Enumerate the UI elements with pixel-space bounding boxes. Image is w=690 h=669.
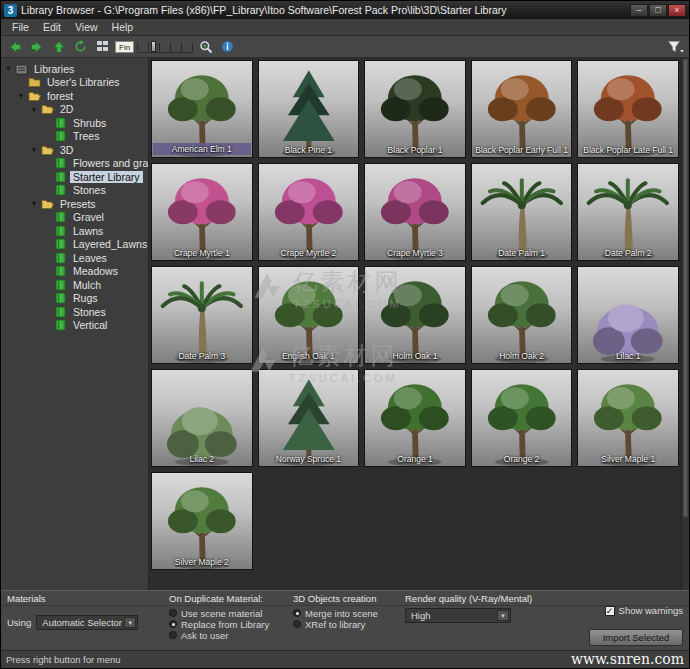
find-icon[interactable]: [196, 38, 215, 55]
thumbnail-label: Orange 2: [472, 454, 572, 464]
radio-label: XRef to library: [305, 619, 365, 630]
thumbnail-size-slider[interactable]: [137, 41, 193, 53]
close-button[interactable]: ×: [668, 4, 686, 17]
expand-arrow-icon[interactable]: ▾: [30, 199, 38, 208]
tree-item-label: Leaves: [70, 252, 110, 264]
thumbnail-label: Crape Myrtle 1: [152, 248, 252, 258]
up-icon[interactable]: [49, 38, 68, 55]
minimize-button[interactable]: –: [630, 4, 648, 17]
library-item-orange-1[interactable]: Orange 1: [364, 369, 466, 467]
sidebar-item-stones[interactable]: Stones: [1, 305, 148, 319]
duplicate-option-ask-to-user[interactable]: Ask to user: [169, 630, 281, 640]
menu-edit[interactable]: Edit: [36, 20, 68, 34]
radio-unselected-icon: [293, 620, 301, 628]
expand-arrow-icon[interactable]: ▾: [30, 105, 38, 114]
library-item-american-elm-1[interactable]: American Elm 1: [151, 60, 253, 158]
expand-arrow-icon[interactable]: ▾: [17, 91, 25, 100]
back-icon[interactable]: [5, 38, 24, 55]
lib-icon: [54, 238, 67, 250]
sidebar-item-forest[interactable]: ▾forest: [1, 89, 148, 103]
window-controls: – □ ×: [630, 4, 686, 17]
material-selector-value: Automatic Selector: [42, 617, 122, 628]
expand-arrow-icon[interactable]: ▾: [4, 64, 12, 73]
library-item-orange-2[interactable]: Orange 2: [471, 369, 573, 467]
menu-file[interactable]: File: [5, 20, 36, 34]
forward-icon[interactable]: [27, 38, 46, 55]
sidebar-item-shrubs[interactable]: Shrubs: [1, 116, 148, 130]
sidebar-item-presets[interactable]: ▾Presets: [1, 197, 148, 211]
refresh-icon[interactable]: [71, 38, 90, 55]
sidebar-item-lawns[interactable]: Lawns: [1, 224, 148, 238]
scrollbar-thumb[interactable]: [683, 59, 688, 517]
library-item-norway-spruce-1[interactable]: Norway Spruce 1: [258, 369, 360, 467]
render-quality-label: Render quality (V-Ray/Mental): [405, 593, 543, 605]
library-item-lilac-1[interactable]: Lilac 1: [577, 266, 679, 364]
chevron-down-icon[interactable]: ▼: [497, 610, 509, 621]
library-item-crape-myrtle-1[interactable]: Crape Myrtle 1: [151, 163, 253, 261]
duplicate-option-use-scene-material[interactable]: Use scene material: [169, 608, 281, 618]
menu-help[interactable]: Help: [105, 20, 141, 34]
filter-icon[interactable]: [666, 38, 685, 55]
library-item-date-palm-3[interactable]: Date Palm 3: [151, 266, 253, 364]
sidebar-item-3d[interactable]: ▾3D: [1, 143, 148, 157]
library-item-date-palm-1[interactable]: Date Palm 1: [471, 163, 573, 261]
library-item-silver-maple-1[interactable]: Silver Maple 1: [577, 369, 679, 467]
library-item-silver-maple-2[interactable]: Silver Maple 2: [151, 472, 253, 570]
radio-label: Use scene material: [181, 608, 262, 619]
title-bar: 3 Library Browser - G:\Program Files (x8…: [1, 1, 689, 19]
thumbnail-label: Date Palm 3: [152, 351, 252, 361]
objects-option-xref-to-library[interactable]: XRef to library: [293, 619, 393, 629]
library-item-black-pine-1[interactable]: Black Pine 1: [258, 60, 360, 158]
thumbnail-label: Crape Myrtle 2: [259, 248, 359, 258]
expand-arrow-icon[interactable]: ▾: [30, 145, 38, 154]
sidebar-item-flowers-and-grass[interactable]: Flowers and grass: [1, 157, 148, 171]
show-warnings-row[interactable]: ✓ Show warnings: [605, 605, 683, 616]
thumbnail-label: Silver Maple 2: [152, 557, 252, 567]
tree-item-label: Stones: [70, 306, 109, 318]
library-item-holm-oak-1[interactable]: Holm Oak 1: [364, 266, 466, 364]
tree-item-label: forest: [44, 90, 76, 102]
sidebar-item-2d[interactable]: ▾2D: [1, 103, 148, 117]
sidebar-item-layered-lawns[interactable]: Layered_Lawns: [1, 238, 148, 252]
library-item-black-poplar-late-full-1[interactable]: Black Poplar Late Full 1: [577, 60, 679, 158]
toolbar-tooltip: Fin: [115, 41, 134, 53]
library-item-crape-myrtle-2[interactable]: Crape Myrtle 2: [258, 163, 360, 261]
vertical-scrollbar[interactable]: [681, 58, 689, 590]
sidebar-item-rugs[interactable]: Rugs: [1, 292, 148, 306]
library-item-holm-oak-2[interactable]: Holm Oak 2: [471, 266, 573, 364]
show-warnings-checkbox[interactable]: ✓: [605, 606, 615, 616]
tree-item-label: Stones: [70, 184, 109, 196]
thumbnail-grid: American Elm 1Black Pine 1Black Poplar 1…: [149, 58, 689, 572]
sidebar-item-stones[interactable]: Stones: [1, 184, 148, 198]
sidebar-item-starter-library[interactable]: Starter Library: [1, 170, 148, 184]
material-selector-dropdown[interactable]: Automatic Selector ▼: [36, 615, 138, 630]
render-quality-dropdown[interactable]: High ▼: [405, 608, 511, 623]
sidebar-item-user-s-libraries[interactable]: User's Libraries: [1, 76, 148, 90]
sidebar-item-mulch[interactable]: Mulch: [1, 278, 148, 292]
sidebar-item-meadows[interactable]: Meadows: [1, 265, 148, 279]
library-item-crape-myrtle-3[interactable]: Crape Myrtle 3: [364, 163, 466, 261]
menu-view[interactable]: View: [68, 20, 105, 34]
sidebar-item-gravel[interactable]: Gravel: [1, 211, 148, 225]
views-icon[interactable]: [93, 38, 112, 55]
sidebar-item-trees[interactable]: Trees: [1, 130, 148, 144]
slider-handle[interactable]: [151, 41, 156, 52]
about-icon[interactable]: [218, 38, 237, 55]
library-item-lilac-2[interactable]: Lilac 2: [151, 369, 253, 467]
import-selected-button[interactable]: Import Selected: [589, 629, 683, 646]
duplicate-option-replace-from-library[interactable]: Replace from Library: [169, 619, 281, 629]
chevron-down-icon[interactable]: ▼: [124, 617, 136, 628]
tree-item-label: Layered_Lawns: [70, 238, 149, 250]
sidebar-item-leaves[interactable]: Leaves: [1, 251, 148, 265]
sidebar-item-libraries[interactable]: ▾Libraries: [1, 62, 148, 76]
tree-item-label: 2D: [57, 103, 76, 115]
maximize-button[interactable]: □: [649, 4, 667, 17]
library-item-black-poplar-early-full-1[interactable]: Black Poplar Early Full 1: [471, 60, 573, 158]
library-item-black-poplar-1[interactable]: Black Poplar 1: [364, 60, 466, 158]
sidebar-item-vertical[interactable]: Vertical: [1, 319, 148, 333]
objects-option-merge-into-scene[interactable]: Merge into scene: [293, 608, 393, 618]
library-item-date-palm-2[interactable]: Date Palm 2: [577, 163, 679, 261]
radio-unselected-icon: [169, 609, 177, 617]
thumbnail-label: Black Poplar Early Full 1: [472, 145, 572, 155]
library-item-english-oak-1[interactable]: English Oak 1: [258, 266, 360, 364]
